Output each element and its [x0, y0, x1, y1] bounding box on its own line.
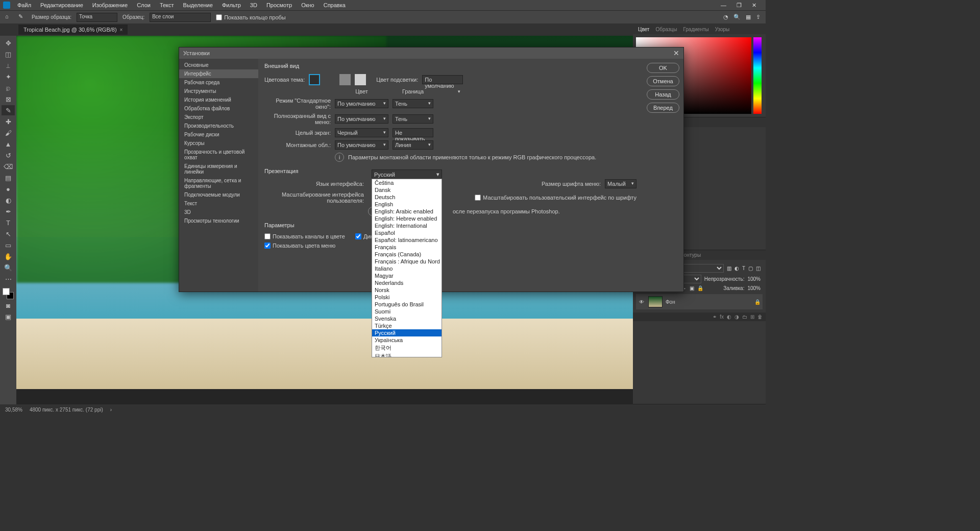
menu-file[interactable]: Файл [13, 1, 35, 9]
prev-button[interactable]: Назад [647, 89, 679, 100]
sample-size-select[interactable]: Точка [77, 13, 117, 22]
language-option[interactable]: Italiano [372, 265, 442, 272]
language-option[interactable]: Español: latinoamericano [372, 236, 442, 244]
new-layer-icon[interactable]: ⊞ [750, 314, 754, 320]
layer-row[interactable]: 👁 Фон 🔒 [636, 294, 763, 309]
language-option[interactable]: English: Arabic enabled [372, 208, 442, 215]
quickmask-tool[interactable]: ◙ [2, 300, 15, 310]
foreground-color-swatch[interactable] [3, 288, 10, 295]
pref-category[interactable]: Текст [179, 199, 258, 208]
screenmode-tool[interactable]: ▣ [2, 311, 15, 322]
language-option[interactable]: Français (Canada) [372, 251, 442, 258]
menu-window[interactable]: Окно [297, 1, 318, 9]
maximize-icon[interactable]: ❐ [734, 1, 744, 10]
filter-icon[interactable]: ◐ [734, 266, 739, 271]
language-option[interactable]: Français [372, 244, 442, 251]
filter-icon[interactable]: ◫ [756, 266, 761, 271]
language-option[interactable]: 한국어 [372, 344, 442, 352]
border-select[interactable]: Линия [393, 140, 433, 150]
dodge-tool[interactable]: ◐ [2, 195, 15, 205]
document-tab[interactable]: Tropical Beach.jpg @ 30,6% (RGB/8) × [18, 25, 128, 35]
channels-color-checkbox[interactable]: Показывать каналы в цвете [264, 233, 345, 239]
color-select[interactable]: Черный [335, 128, 388, 137]
theme-darkest[interactable] [309, 74, 320, 85]
cancel-button[interactable]: Отмена [647, 76, 679, 86]
color-swatch[interactable] [3, 288, 14, 299]
language-option[interactable]: Deutsch [372, 194, 442, 201]
share-icon[interactable]: ⇪ [756, 14, 761, 20]
pref-category[interactable]: Курсоры [179, 139, 258, 148]
language-option[interactable]: 日本語 [372, 352, 442, 357]
crop-tool[interactable]: ⟄ [2, 83, 15, 93]
pref-category[interactable]: Прозрачность и цветовой охват [179, 148, 258, 162]
adjustment-icon[interactable]: ◑ [734, 314, 739, 320]
gradient-tool[interactable]: ▤ [2, 173, 15, 183]
language-option[interactable]: Suomi [372, 308, 442, 315]
opacity-value[interactable]: 100% [747, 276, 761, 282]
layer-thumbnail[interactable] [648, 296, 663, 307]
theme-light[interactable] [339, 74, 351, 85]
border-select[interactable]: Тень [393, 99, 433, 108]
wand-tool[interactable]: ✦ [2, 71, 15, 82]
move-tool[interactable]: ✥ [2, 38, 15, 48]
dialog-close-icon[interactable]: ✕ [673, 49, 679, 57]
edit-toolbar[interactable]: ⋯ [2, 274, 15, 284]
lock-icon[interactable]: 🔒 [697, 285, 703, 291]
filter-icon[interactable]: ▥ [727, 266, 731, 271]
pref-category[interactable]: Интерфейс [179, 69, 258, 78]
sample-select[interactable]: Все слои [150, 13, 211, 22]
language-option[interactable]: Українська [372, 336, 442, 344]
folder-icon[interactable]: 🗀 [742, 314, 747, 320]
pref-category[interactable]: Рабочие диски [179, 130, 258, 139]
eyedropper-icon[interactable]: ✎ [18, 13, 27, 21]
menu-3d[interactable]: 3D [246, 1, 261, 9]
filter-icon[interactable]: T [742, 266, 745, 271]
menu-layers[interactable]: Слои [133, 1, 155, 9]
visibility-icon[interactable]: 👁 [638, 299, 645, 305]
type-tool[interactable]: T [2, 218, 15, 228]
blur-tool[interactable]: ● [2, 184, 15, 194]
tab-close-icon[interactable]: × [120, 27, 123, 33]
language-option[interactable]: Magyar [372, 272, 442, 279]
workspace-icon[interactable]: ▦ [746, 14, 751, 20]
pref-category[interactable]: Просмотры технологии [179, 216, 258, 225]
border-select[interactable]: Тень [393, 114, 433, 124]
next-button[interactable]: Вперед [647, 103, 679, 113]
language-option[interactable]: Español [372, 229, 442, 236]
theme-dark[interactable] [324, 74, 335, 85]
trash-icon[interactable]: 🗑 [757, 314, 763, 320]
heal-tool[interactable]: ✚ [2, 116, 15, 127]
pref-category[interactable]: 3D [179, 208, 258, 216]
language-option[interactable]: English: Hebrew enabled [372, 215, 442, 222]
ui-language-select[interactable]: Русский▾ [372, 170, 442, 179]
frame-tool[interactable]: ⊠ [2, 94, 15, 104]
show-ring-checkbox[interactable]: Показать кольцо пробы [216, 14, 286, 20]
ok-button[interactable]: OK [647, 63, 679, 73]
zoom-level[interactable]: 30,58% [5, 407, 22, 413]
pen-tool[interactable]: ✒ [2, 206, 15, 216]
highlight-select[interactable]: По умолчанию [422, 75, 463, 84]
pref-category[interactable]: Обработка файлов [179, 104, 258, 113]
menu-view[interactable]: Просмотр [262, 1, 296, 9]
pref-category[interactable]: Экспорт [179, 113, 258, 122]
fx-icon[interactable]: fx [720, 314, 724, 320]
chevron-right-icon[interactable]: › [110, 407, 112, 413]
lock-icon[interactable]: ▣ [690, 285, 694, 291]
history-brush-tool[interactable]: ↺ [2, 150, 15, 160]
eraser-tool[interactable]: ⌫ [2, 161, 15, 172]
menu-image[interactable]: Изображение [88, 1, 132, 9]
home-icon[interactable]: ⌂ [5, 13, 13, 21]
fill-value[interactable]: 100% [747, 285, 761, 291]
tab-swatches[interactable]: Образцы [655, 27, 677, 32]
language-option[interactable]: Português do Brasil [372, 301, 442, 308]
tab-color[interactable]: Цвет [638, 27, 649, 32]
brush-tool[interactable]: 🖌 [2, 128, 15, 138]
pref-category[interactable]: Основные [179, 61, 258, 69]
language-option[interactable]: Nederlands [372, 279, 442, 286]
pref-category[interactable]: Инструменты [179, 87, 258, 95]
hand-tool[interactable]: ✋ [2, 251, 15, 261]
menu-select[interactable]: Выделение [179, 1, 217, 9]
pref-category[interactable]: История изменений [179, 95, 258, 104]
shape-tool[interactable]: ▭ [2, 240, 15, 250]
zoom-tool[interactable]: 🔍 [2, 262, 15, 273]
